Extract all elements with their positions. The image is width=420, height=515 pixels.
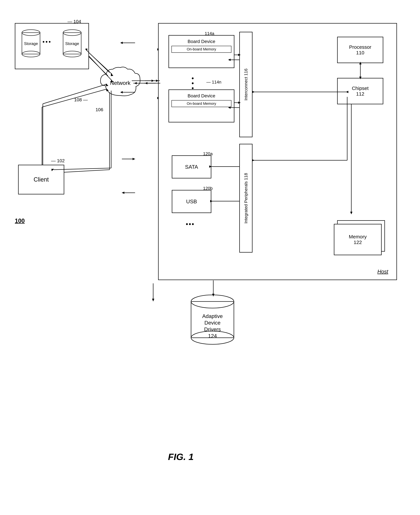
svg-marker-12 <box>120 42 123 44</box>
ref-104: — 104 <box>68 19 81 24</box>
board-device-1: Board Device On-board Memory <box>168 35 234 68</box>
memory-num: 122 <box>354 240 362 245</box>
storage-cylinder-2: Storage <box>61 29 83 61</box>
svg-marker-34 <box>151 80 154 82</box>
ref-114n: — 114n <box>206 80 221 85</box>
svg-text:Device: Device <box>204 320 221 326</box>
processor-num: 110 <box>356 50 364 55</box>
client-label: Client <box>34 176 49 183</box>
ref-114a: 114a <box>205 31 214 36</box>
svg-marker-24 <box>122 192 124 194</box>
ref-120b: 120b <box>203 186 213 191</box>
svg-text:124: 124 <box>208 333 217 339</box>
chipset-label: Chipset <box>352 85 369 91</box>
fig-label: FIG. 1 <box>168 451 194 462</box>
usb-label: USB <box>186 198 197 204</box>
dots-below-usb: ••• <box>186 220 195 228</box>
processor-label: Processor <box>349 44 371 50</box>
usb-box: USB <box>172 190 211 213</box>
svg-marker-64 <box>350 212 352 214</box>
integrated-bar: Integrated Peripherals 118 <box>239 144 253 253</box>
adaptive-cylinder-svg: Adaptive Device Drivers 124 <box>188 293 237 351</box>
memory-box-front: Memory 122 <box>334 224 382 255</box>
diagram-container: Storage ••• Storage — 104 Network 108 — … <box>10 10 410 488</box>
svg-marker-44 <box>152 299 154 302</box>
svg-marker-89 <box>145 82 147 84</box>
ref-120a: 120a <box>203 151 213 156</box>
svg-text:Network: Network <box>110 80 131 86</box>
sata-box: SATA <box>172 155 211 178</box>
ref-108: 108 — <box>74 97 88 102</box>
storage-box: Storage ••• Storage <box>15 23 89 69</box>
ref-102: — 102 <box>51 158 65 163</box>
svg-text:Storage: Storage <box>65 41 79 46</box>
client-box: Client <box>18 165 64 194</box>
svg-marker-58 <box>252 91 255 93</box>
ref-106: 106 <box>96 107 103 112</box>
svg-text:Adaptive: Adaptive <box>202 313 223 319</box>
ref-100: 100 <box>15 218 25 224</box>
svg-text:Drivers: Drivers <box>204 326 221 332</box>
host-label: Host <box>377 269 388 275</box>
svg-rect-78 <box>191 302 234 338</box>
network-cloud: Network <box>97 66 143 102</box>
chipset-box: Chipset 112 <box>337 78 383 104</box>
memory-label: Memory <box>349 234 367 240</box>
memory-container: Memory 122 <box>334 220 387 257</box>
interconnect-bar: Interconnect 116 <box>239 32 253 137</box>
chipset-num: 112 <box>356 91 364 97</box>
interconnect-label: Interconnect 116 <box>243 68 248 100</box>
board-device-2: Board Device On-board Memory <box>168 90 234 122</box>
sata-label: SATA <box>185 164 198 170</box>
integrated-label: Integrated Peripherals 118 <box>243 173 248 223</box>
svg-text:Storage: Storage <box>24 41 38 46</box>
svg-marker-22 <box>133 158 135 160</box>
adaptive-device-drivers: Adaptive Device Drivers 124 <box>188 293 237 351</box>
storage-cylinder-1: Storage <box>20 29 42 61</box>
processor-box: Processor 110 <box>337 37 383 63</box>
host-box: Host Processor 110 Chipset 112 Memory 12… <box>158 23 397 280</box>
